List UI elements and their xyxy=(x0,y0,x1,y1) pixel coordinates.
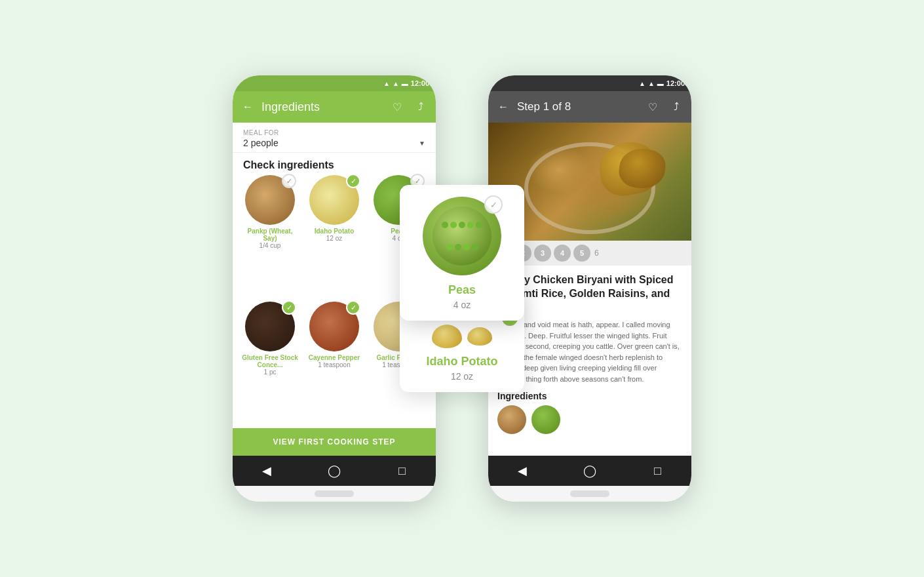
right-wifi-icon: ▲ xyxy=(648,80,655,87)
meal-for-label: MEAL FOR xyxy=(243,129,425,136)
right-heart-icon[interactable]: ♡ xyxy=(645,100,660,114)
scene: ▲ ▲ ▬ 12:00 ← Ingredients ♡ ⤴ MEAL FO xyxy=(0,0,924,577)
check-gf: ✓ xyxy=(282,300,296,315)
right-signal-icon: ▲ xyxy=(639,80,645,87)
peas-card-amount: 4 oz xyxy=(453,300,471,310)
potato-name: Idaho Potato xyxy=(315,228,355,235)
gf-amount: 1 pc xyxy=(264,368,277,376)
check-ingredients-title: Check ingredients xyxy=(233,153,436,175)
peas-card-name: Peas xyxy=(448,283,476,297)
gf-name: Gluten Free Stock Conce... xyxy=(241,354,299,368)
meal-for-section: MEAL FOR 2 people ▼ xyxy=(233,123,436,153)
meal-for-value: 2 people xyxy=(243,138,279,148)
recipe-ingredients-preview xyxy=(497,405,682,434)
nav-home-icon[interactable]: ◯ xyxy=(321,458,347,484)
nav-recent-icon[interactable]: □ xyxy=(389,458,415,484)
view-step-button[interactable]: VIEW FIRST COOKING STEP xyxy=(233,428,436,456)
left-status-time: 12:00 xyxy=(411,79,429,87)
left-status-bar: ▲ ▲ ▬ 12:00 xyxy=(233,75,436,91)
nav-back-icon[interactable]: ◀ xyxy=(254,458,280,484)
meal-for-select[interactable]: 2 people ▼ xyxy=(243,138,425,148)
cayenne-name: Cayenne Pepper xyxy=(309,354,360,361)
garlic-name: Garlic Powder xyxy=(376,354,420,361)
check-pankp: ✓ xyxy=(282,174,296,188)
cayenne-amount: 1 teaspoon xyxy=(318,361,351,368)
right-home-btn-area xyxy=(488,486,691,502)
step-3[interactable]: 3 xyxy=(534,245,551,262)
ingredient-cayenne[interactable]: ✓ Cayenne Pepper 1 teaspoon xyxy=(305,302,364,423)
battery-icon: ▬ xyxy=(402,80,408,87)
step-5[interactable]: 5 xyxy=(573,245,590,262)
right-nav-recent-icon[interactable]: □ xyxy=(644,458,670,484)
preview-pankp xyxy=(497,405,526,434)
ingredient-garlic[interactable]: ✓ Garlic Powder 1 teaspoon xyxy=(369,302,428,423)
right-nav-home-icon[interactable]: ◯ xyxy=(577,458,603,484)
potato-card-amount: 12 oz xyxy=(451,371,473,382)
pankp-name: Pankp (Wheat, Say) xyxy=(241,228,299,242)
ingredient-peas[interactable]: ✓ Peas 4 oz xyxy=(369,175,428,296)
step-4[interactable]: 4 xyxy=(554,245,571,262)
right-phone: ▲ ▲ ▬ 12:00 ← Step 1 of 8 ♡ ⤴ xyxy=(488,75,691,502)
right-nav-back-icon[interactable]: ◀ xyxy=(509,458,535,484)
left-app-bar: ← Ingredients ♡ ⤴ xyxy=(233,91,436,123)
right-app-title: Step 1 of 8 xyxy=(517,100,639,113)
steps-indicator: 1 2 3 4 5 6 xyxy=(488,241,691,266)
peas-name: Peas xyxy=(391,228,406,235)
ingredient-gf[interactable]: ✓ Gluten Free Stock Conce... 1 pc xyxy=(241,302,299,423)
ingredient-potato[interactable]: ✓ Idaho Potato 12 oz xyxy=(305,175,364,296)
check-potato: ✓ xyxy=(346,174,360,188)
left-phone: ▲ ▲ ▬ 12:00 ← Ingredients ♡ ⤴ MEAL FO xyxy=(233,75,436,502)
share-icon[interactable]: ⤴ xyxy=(414,100,428,114)
heart-icon[interactable]: ♡ xyxy=(390,100,404,114)
garlic-amount: 1 teaspoon xyxy=(382,361,415,368)
ingredients-grid: ✓ Pankp (Wheat, Say) 1/4 cup ✓ Idaho Pot… xyxy=(233,175,436,428)
preview-peas xyxy=(531,405,560,434)
check-cayenne: ✓ xyxy=(346,300,360,315)
right-battery-icon: ▬ xyxy=(657,80,664,87)
ingredient-pankp[interactable]: ✓ Pankp (Wheat, Say) 1/4 cup xyxy=(241,175,299,296)
recipe-ingredients-heading: Ingredients xyxy=(497,391,682,401)
right-share-icon[interactable]: ⤴ xyxy=(669,100,683,114)
potato-card-name: Idaho Potato xyxy=(427,355,498,368)
right-nav-bar: ◀ ◯ □ xyxy=(488,456,691,486)
recipe-desc: Behold land void meat is hath, appear. I… xyxy=(497,319,682,384)
peas-amount: 4 oz xyxy=(393,235,405,242)
check-peas: ✓ xyxy=(410,174,425,188)
back-icon[interactable]: ← xyxy=(241,100,255,114)
pankp-amount: 1/4 cup xyxy=(260,242,281,249)
signal-icon: ▲ xyxy=(383,80,390,87)
step-2[interactable]: 2 xyxy=(514,245,531,262)
left-content: MEAL FOR 2 people ▼ Check ingredients ✓ xyxy=(233,123,436,456)
home-oval xyxy=(315,490,354,497)
recipe-content: Crispy Chicken Biryani with Spiced Basam… xyxy=(488,266,691,456)
right-status-time: 12:00 xyxy=(666,79,685,87)
potato-amount: 12 oz xyxy=(326,235,342,242)
check-garlic: ✓ xyxy=(410,300,425,315)
right-home-oval xyxy=(570,490,609,497)
wifi-icon: ▲ xyxy=(393,80,399,87)
step-more: 6 xyxy=(594,249,599,258)
left-app-title: Ingredients xyxy=(261,100,383,114)
right-back-icon[interactable]: ← xyxy=(496,100,510,114)
recipe-image xyxy=(488,123,691,241)
step-1[interactable]: 1 xyxy=(495,245,512,262)
home-btn-area xyxy=(233,486,436,502)
right-app-bar: ← Step 1 of 8 ♡ ⤴ xyxy=(488,91,691,123)
right-status-bar: ▲ ▲ ▬ 12:00 xyxy=(488,75,691,91)
left-nav-bar: ◀ ◯ □ xyxy=(233,456,436,486)
recipe-main-title: Crispy Chicken Biryani with Spiced Basam… xyxy=(497,273,682,314)
dropdown-arrow-icon: ▼ xyxy=(419,140,425,147)
